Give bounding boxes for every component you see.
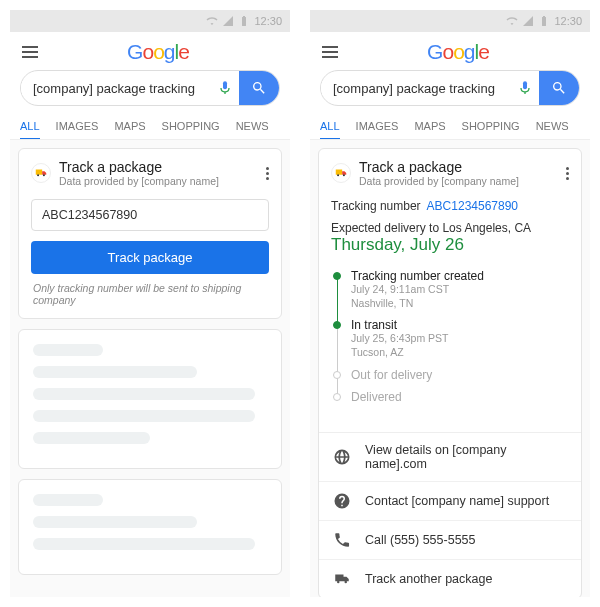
timeline-step-sub: Nashville, TN <box>351 297 484 311</box>
timeline-step-label: Delivered <box>351 390 402 404</box>
search-input[interactable] <box>321 81 517 96</box>
status-bar: 12:30 <box>10 10 290 32</box>
signal-icon <box>222 15 234 27</box>
search-icon <box>551 80 567 96</box>
action-call[interactable]: Call (555) 555-5555 <box>319 521 581 560</box>
search-tabs: ALL IMAGES MAPS SHOPPING NEWS <box>10 114 290 140</box>
action-label: Track another package <box>365 572 492 586</box>
tab-images[interactable]: IMAGES <box>56 114 99 139</box>
svg-point-4 <box>337 580 340 583</box>
results-content: Track a package Data provided by [compan… <box>10 140 290 597</box>
svg-point-5 <box>344 580 347 583</box>
tab-shopping[interactable]: SHOPPING <box>162 114 220 139</box>
phone-right: 12:30 Google ALL IMAGES MAPS SHOPPING NE… <box>310 10 590 597</box>
timeline-step-sub: Tucson, AZ <box>351 346 448 360</box>
skeleton-result <box>18 329 282 469</box>
tab-maps[interactable]: MAPS <box>414 114 445 139</box>
truck-icon <box>331 163 351 183</box>
status-time: 12:30 <box>254 15 282 27</box>
menu-icon[interactable] <box>322 46 338 58</box>
search-tabs: ALL IMAGES MAPS SHOPPING NEWS <box>310 114 590 140</box>
search-input[interactable] <box>21 81 217 96</box>
search-button[interactable] <box>539 70 579 106</box>
google-logo: Google <box>38 40 278 64</box>
svg-point-3 <box>343 174 345 176</box>
mic-icon[interactable] <box>517 80 533 96</box>
tab-maps[interactable]: MAPS <box>114 114 145 139</box>
action-contact-support[interactable]: Contact [company name] support <box>319 482 581 521</box>
search-bar <box>20 70 280 106</box>
tab-all[interactable]: ALL <box>20 114 40 140</box>
more-icon[interactable] <box>566 167 569 180</box>
card-subtitle: Data provided by [company name] <box>59 175 219 187</box>
google-logo: Google <box>338 40 578 64</box>
tracking-result-card: Track a package Data provided by [compan… <box>318 148 582 597</box>
skeleton-result <box>18 479 282 575</box>
globe-icon <box>333 448 351 466</box>
tracking-input[interactable] <box>31 199 269 231</box>
menu-icon[interactable] <box>22 46 38 58</box>
help-icon <box>333 492 351 510</box>
tab-shopping[interactable]: SHOPPING <box>462 114 520 139</box>
expected-delivery-text: Expected delivery to Los Angeles, CA <box>331 221 569 235</box>
mic-icon[interactable] <box>217 80 233 96</box>
svg-point-2 <box>337 174 339 176</box>
tab-all[interactable]: ALL <box>320 114 340 140</box>
top-bar: Google <box>10 32 290 70</box>
top-bar: Google <box>310 32 590 70</box>
action-label: Call (555) 555-5555 <box>365 533 476 547</box>
tracking-number-line: Tracking number ABC1234567890 <box>331 199 569 213</box>
timeline-dot-pending <box>333 371 341 379</box>
card-title: Track a package <box>359 159 519 175</box>
action-label: Contact [company name] support <box>365 494 549 508</box>
search-icon <box>251 80 267 96</box>
signal-icon <box>522 15 534 27</box>
card-title: Track a package <box>59 159 219 175</box>
timeline-step-sub: July 25, 6:43pm PST <box>351 332 448 346</box>
tracking-label: Tracking number <box>331 199 421 213</box>
search-button[interactable] <box>239 70 279 106</box>
timeline: Tracking number created July 24, 9:11am … <box>331 265 569 420</box>
disclaimer-text: Only tracking number will be sent to shi… <box>33 282 267 306</box>
truck-small-icon <box>333 570 351 588</box>
phone-icon <box>333 531 351 549</box>
action-list: View details on [company name].com Conta… <box>319 432 581 597</box>
timeline-step-label: In transit <box>351 318 448 332</box>
timeline-dot-done <box>333 272 341 280</box>
timeline-dot-pending <box>333 393 341 401</box>
timeline-dot-done <box>333 321 341 329</box>
results-content: Track a package Data provided by [compan… <box>310 140 590 597</box>
action-label: View details on [company name].com <box>365 443 567 471</box>
action-view-details[interactable]: View details on [company name].com <box>319 433 581 482</box>
search-bar <box>320 70 580 106</box>
track-package-button[interactable]: Track package <box>31 241 269 274</box>
timeline-step-sub: July 24, 9:11am CST <box>351 283 484 297</box>
more-icon[interactable] <box>266 167 269 180</box>
card-subtitle: Data provided by [company name] <box>359 175 519 187</box>
timeline-step-label: Tracking number created <box>351 269 484 283</box>
tab-news[interactable]: NEWS <box>536 114 569 139</box>
status-time: 12:30 <box>554 15 582 27</box>
phone-left: 12:30 Google ALL IMAGES MAPS SHOPPING NE… <box>10 10 290 597</box>
timeline-step-label: Out for delivery <box>351 368 432 382</box>
action-track-another[interactable]: Track another package <box>319 560 581 597</box>
delivery-date: Thursday, July 26 <box>331 235 569 255</box>
status-bar: 12:30 <box>310 10 590 32</box>
wifi-icon <box>206 15 218 27</box>
track-package-card: Track a package Data provided by [compan… <box>18 148 282 319</box>
svg-point-0 <box>37 174 39 176</box>
tracking-number[interactable]: ABC1234567890 <box>427 199 518 213</box>
svg-point-1 <box>43 174 45 176</box>
tab-news[interactable]: NEWS <box>236 114 269 139</box>
battery-icon <box>238 15 250 27</box>
battery-icon <box>538 15 550 27</box>
wifi-icon <box>506 15 518 27</box>
tab-images[interactable]: IMAGES <box>356 114 399 139</box>
truck-icon <box>31 163 51 183</box>
